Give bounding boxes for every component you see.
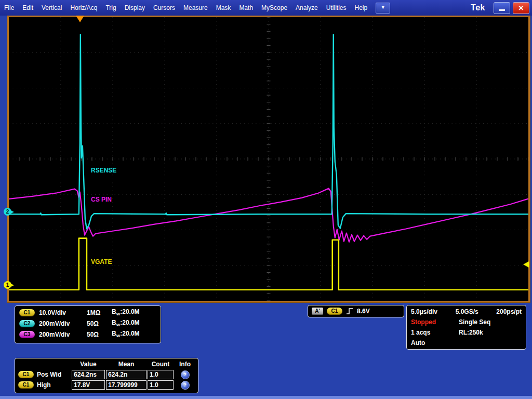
trigger-source-badge: C1 <box>327 308 342 315</box>
sample-rate: 5.0GS/s <box>456 308 478 315</box>
meas-row-1-name: C1 Pos Wid <box>15 371 71 378</box>
menu-bar: File Edit Vertical Horiz/Acq Trig Displa… <box>0 0 532 16</box>
trigger-mode: Auto <box>411 339 425 347</box>
minimize-icon <box>499 9 505 11</box>
menu-item-vertical[interactable]: Vertical <box>37 0 66 16</box>
meas-row-1-channel-badge: C1 <box>18 371 34 378</box>
menu-item-myscope[interactable]: MyScope <box>257 0 291 16</box>
meas-header-count: Count <box>147 361 174 368</box>
minimize-button[interactable] <box>494 2 510 14</box>
meas-row-2-name: C1 High <box>15 381 71 389</box>
channel-3-readout: C3 200mV/div 50Ω BW:20.0M <box>15 329 161 340</box>
channel-3-impedance: 50Ω <box>87 331 112 338</box>
graticule-and-traces <box>9 17 528 301</box>
acq-count: 1 acqs <box>411 329 459 336</box>
menu-item-edit[interactable]: Edit <box>18 0 37 16</box>
trace-label-cs-pin: CS PIN <box>91 196 112 203</box>
resolution: 200ps/pt <box>496 308 522 315</box>
acq-status: Stopped <box>411 318 459 326</box>
bottom-edge-strip <box>0 396 532 399</box>
channel-1-bandwidth: BW:20.0M <box>112 308 140 316</box>
meas-header-info: Info <box>174 361 196 368</box>
acq-mode: Single Seq <box>459 318 490 326</box>
trigger-position-icon[interactable] <box>76 16 84 22</box>
trigger-mode-row: Auto <box>411 338 522 348</box>
trigger-level-arrow-icon[interactable] <box>523 261 529 268</box>
record-length: RL:250k <box>459 329 483 336</box>
channel-3-scale: 200mV/div <box>39 331 87 338</box>
menu-item-analyze[interactable]: Analyze <box>291 0 322 16</box>
tek-logo: Tek <box>471 3 485 12</box>
channel-readout-panel: C1 10.0V/div 1MΩ BW:20.0M C2 200mV/div 5… <box>15 305 161 343</box>
channel-2-badge[interactable]: C2 <box>19 320 35 327</box>
acq-count-row: 1 acqs RL:250k <box>411 327 522 338</box>
meas-row-2-info[interactable]: ? <box>174 381 196 390</box>
meas-row-1-count: 1.0 <box>148 370 174 379</box>
menu-dropdown-button[interactable]: ▼ <box>376 3 390 14</box>
info-globe-icon[interactable]: ? <box>181 370 190 379</box>
trigger-a-badge: A' <box>312 308 323 315</box>
acquisition-readout-panel: 5.0µs/div 5.0GS/s 200ps/pt Stopped Singl… <box>406 305 526 350</box>
meas-header-value: Value <box>71 361 105 368</box>
menu-item-trig[interactable]: Trig <box>101 0 120 16</box>
horizontal-readout-row: 5.0µs/div 5.0GS/s 200ps/pt <box>411 307 522 317</box>
waveform-display[interactable]: 2 1 RSENSE CS PIN VGATE <box>7 16 530 302</box>
close-button[interactable]: ✕ <box>513 2 529 14</box>
channel-2-readout: C2 200mV/div 50Ω BW:20.0M <box>15 318 161 329</box>
channel-1-impedance: 1MΩ <box>87 309 112 316</box>
channel-1-marker[interactable]: 1 <box>4 281 11 289</box>
menu-item-measure[interactable]: Measure <box>179 0 212 16</box>
acq-status-row: Stopped Single Seq <box>411 317 522 327</box>
meas-row-1-mean: 624.2n <box>106 370 147 379</box>
channel-1-badge[interactable]: C1 <box>19 309 35 316</box>
channel-2-marker[interactable]: 2 <box>4 208 11 216</box>
menu-item-file[interactable]: File <box>0 0 18 16</box>
trace-label-rsense: RSENSE <box>91 167 116 174</box>
meas-row-2-count: 1.0 <box>148 380 174 390</box>
channel-1-scale: 10.0V/div <box>39 309 87 316</box>
trace-label-vgate: VGATE <box>91 258 112 265</box>
menu-item-math[interactable]: Math <box>235 0 257 16</box>
menu-item-help[interactable]: Help <box>350 0 371 16</box>
menu-item-utilities[interactable]: Utilities <box>322 0 351 16</box>
meas-header-mean: Mean <box>105 361 147 368</box>
trigger-readout-panel[interactable]: A' C1 8.6V <box>308 305 404 317</box>
trigger-level-value: 8.6V <box>357 308 370 315</box>
info-globe-icon[interactable]: ? <box>181 381 190 390</box>
menu-item-cursors[interactable]: Cursors <box>149 0 179 16</box>
channel-1-readout: C1 10.0V/div 1MΩ BW:20.0M <box>15 307 161 318</box>
meas-row-2-mean: 17.799999 <box>106 380 147 390</box>
close-icon: ✕ <box>518 4 524 12</box>
channel-3-bandwidth: BW:20.0M <box>112 330 140 338</box>
menu-item-horiz-acq[interactable]: Horiz/Acq <box>66 0 101 16</box>
channel-3-badge[interactable]: C3 <box>19 331 35 338</box>
time-per-div: 5.0µs/div <box>411 308 437 315</box>
rising-edge-icon <box>346 308 353 315</box>
meas-row-1-info[interactable]: ? <box>174 370 196 379</box>
meas-row-1-value: 624.2ns <box>72 370 105 379</box>
menu-item-mask[interactable]: Mask <box>212 0 235 16</box>
meas-row-2-value: 17.8V <box>72 380 105 390</box>
channel-2-impedance: 50Ω <box>87 320 112 327</box>
menu-item-display[interactable]: Display <box>121 0 149 16</box>
channel-2-scale: 200mV/div <box>39 320 87 327</box>
meas-row-2-channel-badge: C1 <box>18 381 34 389</box>
channel-2-bandwidth: BW:20.0M <box>112 319 140 327</box>
measurement-table: Value Mean Count Info C1 Pos Wid 624.2ns… <box>15 358 198 393</box>
